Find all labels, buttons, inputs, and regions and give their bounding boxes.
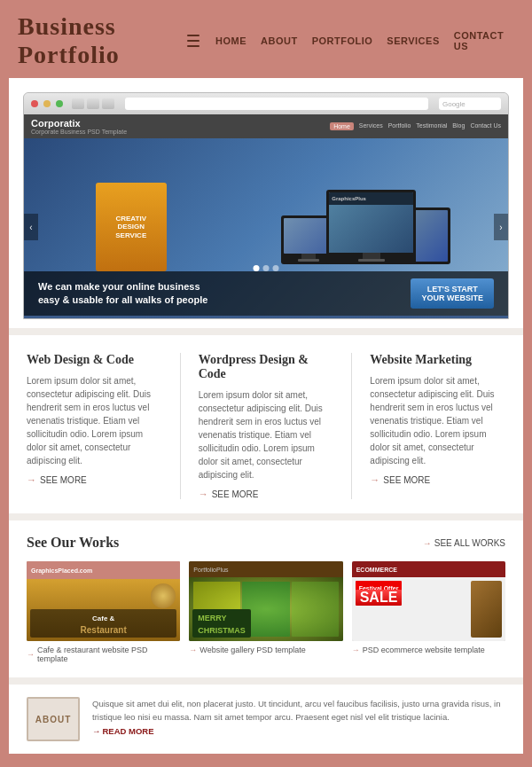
service-divider-1 <box>180 353 181 499</box>
inner-nav-testimonial: Testimonial <box>416 122 447 130</box>
portfolio-header: See Our Works → SEE ALL WORKS <box>27 535 505 551</box>
portfolio-section-title: See Our Works <box>27 535 119 551</box>
inner-nav-contact: Contact Us <box>470 122 501 130</box>
portfolio-item-1: PortfolioPlus MERRY CHRISTMAS <box>189 561 342 663</box>
service-title-0: Web Design & Code <box>27 353 162 367</box>
see-more-2[interactable]: → SEE MORE <box>370 474 505 485</box>
inner-nav-blog: Blog <box>452 122 465 130</box>
slider-next-button[interactable]: › <box>494 214 508 240</box>
see-more-arrow-1: → <box>199 489 208 499</box>
nav-portfolio[interactable]: PORTFOLIO <box>305 32 380 50</box>
browser-refresh <box>102 98 114 109</box>
service-web-design: Web Design & Code Lorem ipsum dolor sit … <box>27 353 162 499</box>
see-more-0[interactable]: → SEE MORE <box>27 474 162 485</box>
slider-prev-button[interactable]: ‹ <box>24 214 38 240</box>
service-text-1: Lorem ipsum dolor sit amet, consectetur … <box>199 388 334 481</box>
browser-mockup: Google Corporatix Corporate Business PSD… <box>23 92 509 319</box>
see-more-arrow-0: → <box>27 474 36 485</box>
services-grid: Web Design & Code Lorem ipsum dolor sit … <box>27 353 505 499</box>
service-title-2: Website Marketing <box>370 353 505 367</box>
browser-forward <box>87 98 99 109</box>
hero-box-text: CREATIV DESIGN SERVICE <box>115 215 146 240</box>
service-divider-2 <box>351 353 352 499</box>
inner-nav-portfolio: Portfolio <box>388 122 411 130</box>
slider-dot-1[interactable] <box>254 265 260 271</box>
monitor-screen-brand: GraphicsPlus <box>332 196 366 201</box>
read-more-link[interactable]: → READ MORE <box>92 726 154 736</box>
browser-content: Corporatix Corporate Business PSD Templa… <box>24 114 508 318</box>
main-content: Google Corporatix Corporate Business PSD… <box>9 78 523 754</box>
service-wordpress: Wordpress Design & Code Lorem ipsum dolo… <box>199 353 334 499</box>
nav-icon <box>187 35 200 47</box>
nav-home[interactable]: HOME <box>208 32 254 50</box>
ecommerce-header-bar: ECOMMERCE <box>352 561 505 577</box>
monitor-main: GraphicsPlus <box>326 190 416 264</box>
slider-bottom-bar: We can make your online business easy & … <box>24 271 508 316</box>
slider-tagline: We can make your online business easy & … <box>38 280 207 308</box>
slider-dot-2[interactable] <box>263 265 270 271</box>
nav-contact[interactable]: CONTACT US <box>447 27 514 55</box>
site-header: Business Portfolio HOME ABOUT PORTFOLIO … <box>0 0 532 78</box>
inner-nav-services: Services <box>359 122 383 130</box>
portfolio-caption-0: → Cafe & restaurant website PSD template <box>27 646 180 663</box>
about-badge: ABOUT <box>27 697 80 741</box>
hero-left-box: CREATIV DESIGN SERVICE <box>96 183 167 271</box>
site-title: Business Portfolio <box>18 12 187 69</box>
portfolio-caption-2: → PSD ecommerce website template <box>352 646 505 654</box>
service-text-2: Lorem ipsum dolor sit amet, consectetur … <box>370 374 505 467</box>
browser-dot-green <box>56 100 63 107</box>
portfolio-item-2: ECOMMERCE Festival Offer SALE → <box>352 561 505 663</box>
inner-website-nav: Corporatix Corporate Business PSD Templa… <box>24 114 508 138</box>
portfolio-thumb-gallery[interactable]: PortfolioPlus MERRY CHRISTMAS <box>189 561 342 641</box>
main-nav: HOME ABOUT PORTFOLIO SERVICES CONTACT US <box>187 27 514 55</box>
browser-address-bar <box>125 98 428 110</box>
see-more-arrow-2: → <box>370 474 379 485</box>
service-text-0: Lorem ipsum dolor sit amet, consectetur … <box>27 374 162 467</box>
portfolio-item-0: GraphicsPlaced.com Cafe & Restaurant → C… <box>27 561 180 663</box>
portfolio-caption-1: → Website gallery PSD template <box>189 646 342 654</box>
inner-logo-text: Corporatix <box>31 118 127 129</box>
inner-nav-home: Home <box>330 122 354 130</box>
see-all-works-link[interactable]: → SEE ALL WORKS <box>423 538 505 548</box>
about-badge-label: ABOUT <box>35 715 72 724</box>
browser-controls <box>72 98 114 109</box>
slider-dot-3[interactable] <box>273 265 279 271</box>
service-marketing: Website Marketing Lorem ipsum dolor sit … <box>370 353 505 499</box>
browser-dot-red <box>31 100 38 107</box>
service-title-1: Wordpress Design & Code <box>199 353 334 381</box>
site-footer: HOME | ABOUT | PORTFOLIO | SERVICES | CO… <box>9 763 523 767</box>
monitor-group: GraphicsPlus <box>281 190 450 264</box>
browser-dot-yellow <box>43 100 51 107</box>
nav-about[interactable]: ABOUT <box>254 32 305 50</box>
monitor-tablet <box>411 207 450 264</box>
portfolio-section: See Our Works → SEE ALL WORKS GraphicsPl… <box>9 520 523 677</box>
portfolio-thumb-cafe[interactable]: GraphicsPlaced.com Cafe & Restaurant <box>27 561 180 641</box>
about-content: Quisque sit amet dui elit, non placerat … <box>92 697 505 737</box>
hero-section: Google Corporatix Corporate Business PSD… <box>9 78 523 328</box>
about-section: ABOUT Quisque sit amet dui elit, non pla… <box>9 685 523 754</box>
inner-logo-sub: Corporate Business PSD Template <box>31 129 127 135</box>
portfolio-thumb-ecommerce[interactable]: ECOMMERCE Festival Offer SALE <box>352 561 505 641</box>
slider-content: ‹ CREATIV DESIGN SERVICE <box>24 138 508 316</box>
portfolio-grid: GraphicsPlaced.com Cafe & Restaurant → C… <box>27 561 505 663</box>
slider-dots <box>254 265 279 271</box>
services-section: Web Design & Code Lorem ipsum dolor sit … <box>9 335 523 513</box>
inner-nav-links: Home Services Portfolio Testimonial Blog… <box>330 122 501 130</box>
browser-back <box>72 98 84 109</box>
browser-search-box: Google <box>439 98 501 110</box>
inner-logo: Corporatix Corporate Business PSD Templa… <box>31 118 127 135</box>
cta-button[interactable]: LET'S START YOUR WEBSITE <box>411 278 494 309</box>
browser-bar: Google <box>24 93 508 114</box>
about-text: Quisque sit amet dui elit, non placerat … <box>92 699 500 722</box>
see-more-1[interactable]: → SEE MORE <box>199 489 334 499</box>
nav-services[interactable]: SERVICES <box>379 32 446 50</box>
